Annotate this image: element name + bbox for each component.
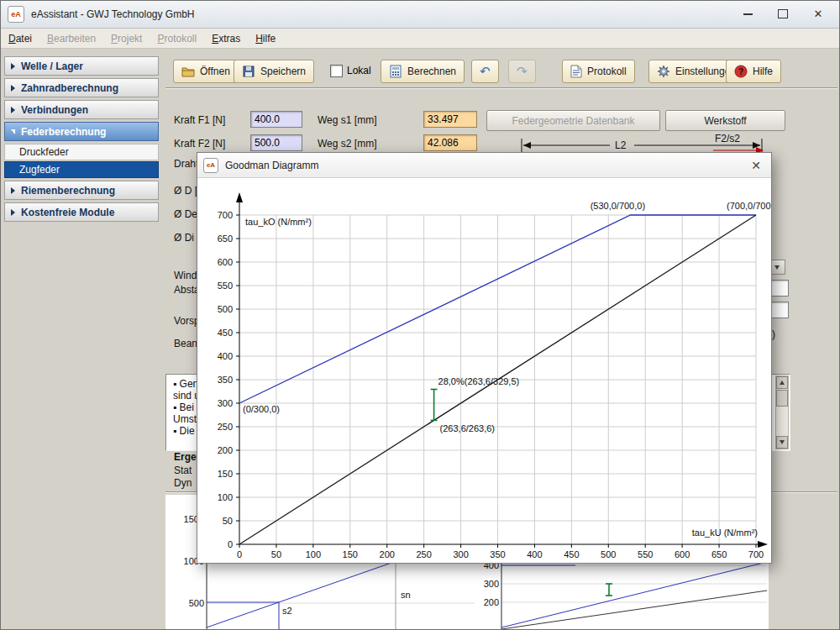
- svg-text:50: 50: [271, 549, 281, 559]
- svg-text:(530,0/700,0): (530,0/700,0): [591, 201, 645, 211]
- goodman-preview-chart: 400 300 200: [476, 555, 769, 630]
- window-title: eAssistant - GWJ Technology GmbH: [31, 8, 195, 20]
- svg-text:550: 550: [638, 549, 653, 559]
- svg-text:150: 150: [343, 549, 358, 559]
- undo-icon: ↶: [480, 64, 491, 79]
- svg-text:700: 700: [748, 549, 764, 559]
- app-logo-icon: eA: [8, 6, 24, 23]
- svg-text:600: 600: [675, 549, 690, 559]
- svg-text:250: 250: [218, 422, 233, 432]
- dialog-close-button[interactable]: ✕: [748, 157, 764, 174]
- calculate-button[interactable]: Berechnen: [381, 60, 465, 83]
- svg-text:tau_kO (N/mm²): tau_kO (N/mm²): [245, 217, 312, 227]
- chevron-right-icon: [11, 85, 15, 92]
- goodman-chart: 0501001502002503003504004505005506006507…: [197, 178, 771, 564]
- svg-text:600: 600: [218, 257, 233, 267]
- protocol-button[interactable]: Protokoll: [562, 60, 635, 83]
- weg-s1-label: Weg s1 [mm]: [318, 114, 376, 126]
- menu-projekt: Projekt: [103, 30, 150, 47]
- kraft-f2-input[interactable]: 500.0: [250, 134, 302, 151]
- arrow-down-icon: [780, 440, 785, 444]
- svg-text:650: 650: [218, 234, 233, 244]
- note-line: Bei: [173, 402, 194, 413]
- chevron-right-icon: [11, 107, 15, 113]
- menu-datei[interactable]: Datei: [1, 30, 39, 47]
- svg-text:(0/300,0): (0/300,0): [243, 404, 280, 414]
- save-button[interactable]: Speichern: [234, 60, 314, 83]
- l2-label: L2: [615, 139, 627, 151]
- document-icon: [570, 65, 582, 78]
- svg-text:0: 0: [237, 549, 242, 559]
- sidebar-item-riemenberechnung[interactable]: Riemenberechnung: [4, 181, 159, 200]
- gear-icon: [657, 65, 670, 78]
- f2s2-label: F2/s2: [715, 133, 740, 144]
- svg-text:350: 350: [490, 549, 505, 559]
- svg-text:400: 400: [527, 549, 542, 559]
- minimize-button[interactable]: [730, 1, 765, 27]
- statisch-label: Stat: [174, 465, 192, 476]
- svg-text:tau_kU (N/mm²): tau_kU (N/mm²): [692, 528, 758, 538]
- svg-text:50: 50: [223, 516, 233, 526]
- calculator-icon: [389, 65, 402, 78]
- svg-text:28,0%(263,6/329,5): 28,0%(263,6/329,5): [438, 376, 520, 386]
- redo-button: ↷: [508, 60, 536, 83]
- svg-text:(263,6/263,6): (263,6/263,6): [440, 423, 495, 433]
- kraft-f1-input[interactable]: 400.0: [250, 111, 302, 128]
- scroll-thumb[interactable]: [776, 390, 788, 407]
- chevron-right-icon: [11, 187, 15, 194]
- minimize-icon: [743, 13, 753, 15]
- unit-fragment: ): [772, 328, 775, 340]
- sidebar-item-druckfeder[interactable]: Druckfeder: [4, 144, 159, 160]
- svg-text:sn: sn: [401, 590, 411, 600]
- menu-bar: Datei Bearbeiten Projekt Protokoll Extra…: [1, 29, 839, 49]
- svg-text:650: 650: [711, 549, 727, 559]
- dynamisch-label: Dyn: [174, 477, 192, 489]
- svg-text:350: 350: [218, 375, 233, 385]
- svg-text:150: 150: [218, 469, 233, 479]
- draht-label: Draht: [174, 158, 198, 170]
- note-line: Die: [173, 425, 195, 437]
- svg-text:250: 250: [416, 549, 431, 559]
- notes-scrollbar: [775, 375, 789, 449]
- svg-text:400: 400: [218, 351, 233, 361]
- sidebar-item-welle-lager[interactable]: Welle / Lager: [4, 56, 159, 76]
- sidebar-item-federberechnung[interactable]: Federberechnung: [4, 122, 159, 141]
- sidebar-item-kostenfreie-module[interactable]: Kostenfreie Module: [4, 202, 159, 222]
- chevron-right-icon: [11, 209, 15, 216]
- sidebar-item-verbindungen[interactable]: Verbindungen: [4, 100, 159, 119]
- sidebar-item-zugfeder[interactable]: Zugfeder: [4, 161, 159, 178]
- help-icon: ?: [734, 65, 748, 78]
- svg-text:(700,0/700,0): (700,0/700,0): [727, 201, 771, 211]
- svg-text:0: 0: [228, 539, 233, 549]
- svg-text:300: 300: [218, 398, 233, 408]
- weg-s2-label: Weg s2 [mm]: [318, 138, 376, 150]
- svg-text:200: 200: [218, 445, 233, 455]
- ergebnisse-heading: Erge: [174, 451, 197, 463]
- toolbar-separator: [165, 87, 837, 89]
- kraft-f1-label: Kraft F1 [N]: [174, 114, 225, 126]
- maximize-button[interactable]: [765, 1, 801, 27]
- undo-button[interactable]: ↶: [471, 60, 499, 83]
- svg-text:100: 100: [306, 549, 321, 559]
- note-line: Gen: [173, 378, 198, 390]
- scroll-up-button[interactable]: [776, 376, 788, 389]
- menu-protokoll: Protokoll: [150, 30, 204, 47]
- dialog-title: Goodman Diagramm: [225, 160, 318, 171]
- kraft-f2-label: Kraft F2 [N]: [174, 138, 225, 150]
- redo-icon: ↷: [517, 64, 528, 79]
- folder-icon: [181, 65, 195, 78]
- chevron-down-icon: [774, 265, 780, 270]
- menu-extras[interactable]: Extras: [204, 30, 248, 47]
- open-button[interactable]: Öffnen: [173, 60, 239, 83]
- goodman-dialog: eA Goodman Diagramm ✕ 050100150200250300…: [197, 152, 772, 564]
- svg-text:550: 550: [218, 281, 233, 291]
- navigation-sidebar: Welle / Lager Zahnradberechnung Verbindu…: [4, 55, 160, 627]
- sidebar-item-zahnradberechnung[interactable]: Zahnradberechnung: [4, 78, 159, 97]
- menu-hilfe[interactable]: Hilfe: [248, 30, 283, 47]
- lokal-checkbox[interactable]: [330, 65, 343, 77]
- maximize-icon: [778, 9, 788, 18]
- close-button[interactable]: ✕: [801, 1, 836, 27]
- svg-text:300: 300: [453, 549, 468, 559]
- scroll-down-button[interactable]: [776, 436, 788, 449]
- help-button[interactable]: ? Hilfe: [726, 60, 781, 83]
